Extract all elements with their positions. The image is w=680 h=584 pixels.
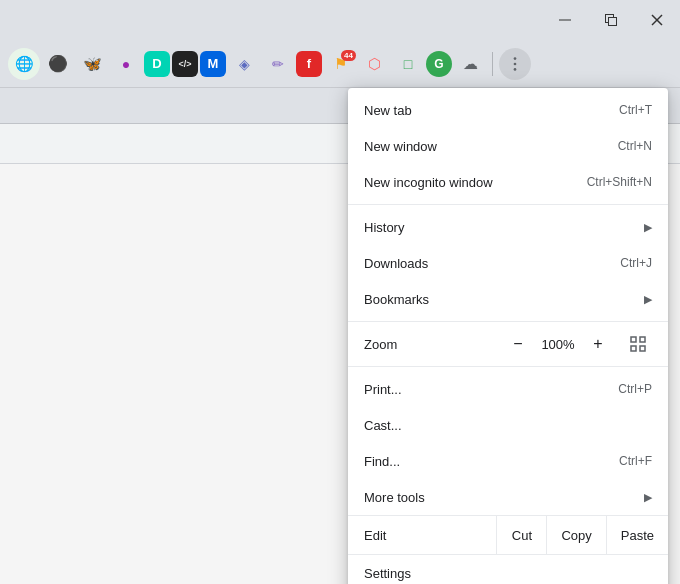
dashlane-icon[interactable]: D xyxy=(144,51,170,77)
menu-divider-3 xyxy=(348,366,668,367)
flipboard-icon[interactable]: f xyxy=(296,51,322,77)
menu-item-history[interactable]: History ▶ xyxy=(348,209,668,245)
badge-count: 44 xyxy=(341,50,356,61)
svg-point-6 xyxy=(514,62,517,65)
maximize-button[interactable] xyxy=(588,0,634,40)
pencil-icon[interactable]: ✏ xyxy=(262,48,294,80)
window-controls xyxy=(542,0,680,40)
grammarly-icon[interactable]: G xyxy=(426,51,452,77)
title-bar xyxy=(0,0,680,40)
zoom-row: Zoom − 100% + xyxy=(348,326,668,362)
svg-point-7 xyxy=(514,68,517,71)
svg-rect-11 xyxy=(640,346,645,351)
menu-item-downloads[interactable]: Downloads Ctrl+J xyxy=(348,245,668,281)
menu-divider-1 xyxy=(348,204,668,205)
svg-rect-0 xyxy=(559,20,571,21)
svg-point-5 xyxy=(514,57,517,60)
menu-item-settings[interactable]: Settings xyxy=(348,555,668,584)
paste-button[interactable]: Paste xyxy=(606,516,668,554)
zoom-increase-button[interactable]: + xyxy=(584,330,612,358)
ext-diamond-icon[interactable]: ◈ xyxy=(228,48,260,80)
menu-item-print[interactable]: Print... Ctrl+P xyxy=(348,371,668,407)
close-button[interactable] xyxy=(634,0,680,40)
svg-rect-10 xyxy=(631,346,636,351)
ext-square-icon[interactable]: □ xyxy=(392,48,424,80)
chrome-dropdown-menu: New tab Ctrl+T New window Ctrl+N New inc… xyxy=(348,88,668,584)
menu-item-new-window[interactable]: New window Ctrl+N xyxy=(348,128,668,164)
meta-icon[interactable]: M xyxy=(200,51,226,77)
ext-butterfly-icon[interactable]: 🦋 xyxy=(76,48,108,80)
chrome-menu-button[interactable] xyxy=(499,48,531,80)
ai-hex-icon[interactable]: ⬡ xyxy=(358,48,390,80)
edit-row: Edit Cut Copy Paste xyxy=(348,515,668,555)
menu-divider-2 xyxy=(348,321,668,322)
toolbar-divider xyxy=(492,52,493,76)
menu-item-new-tab[interactable]: New tab Ctrl+T xyxy=(348,92,668,128)
zoom-decrease-button[interactable]: − xyxy=(504,330,532,358)
badge-icon-wrapper[interactable]: ⚑ 44 xyxy=(324,48,356,80)
ext-globe-icon[interactable]: 🌐 xyxy=(8,48,40,80)
browser-toolbar: 🌐 ⚫ 🦋 ● D </> M ◈ ✏ f ⚑ 44 ⬡ □ G ☁ xyxy=(0,40,680,88)
menu-item-bookmarks[interactable]: Bookmarks ▶ xyxy=(348,281,668,317)
menu-item-find[interactable]: Find... Ctrl+F xyxy=(348,443,668,479)
ext-ball-icon[interactable]: ⚫ xyxy=(42,48,74,80)
fullscreen-button[interactable] xyxy=(624,330,652,358)
zoom-controls: − 100% + xyxy=(504,330,652,358)
minimize-button[interactable] xyxy=(542,0,588,40)
svg-rect-9 xyxy=(640,337,645,342)
cut-button[interactable]: Cut xyxy=(496,516,546,554)
menu-item-cast[interactable]: Cast... xyxy=(348,407,668,443)
svg-rect-8 xyxy=(631,337,636,342)
cloud-icon[interactable]: ☁ xyxy=(454,48,486,80)
copy-button[interactable]: Copy xyxy=(546,516,605,554)
menu-item-more-tools[interactable]: More tools ▶ xyxy=(348,479,668,515)
menu-item-new-incognito[interactable]: New incognito window Ctrl+Shift+N xyxy=(348,164,668,200)
ext-circle-icon[interactable]: ● xyxy=(110,48,142,80)
code-icon[interactable]: </> xyxy=(172,51,198,77)
edit-label[interactable]: Edit xyxy=(348,516,496,554)
zoom-value: 100% xyxy=(540,337,576,352)
svg-rect-2 xyxy=(609,18,617,26)
